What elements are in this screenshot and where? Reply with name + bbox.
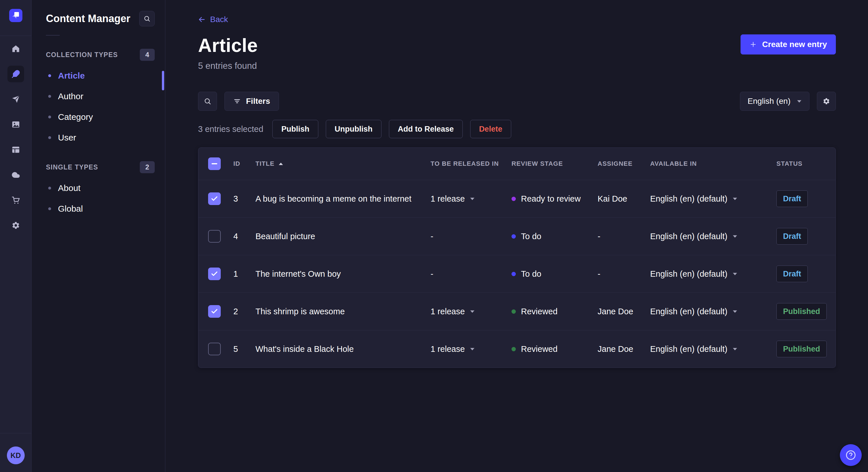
row-release-cell[interactable]: 1 release	[431, 307, 512, 316]
chevron-down-icon	[733, 310, 737, 313]
row-available-in[interactable]: English (en) (default)	[650, 194, 776, 204]
strapi-logo[interactable]	[9, 9, 22, 22]
search-button[interactable]	[198, 92, 217, 111]
row-available-in[interactable]: English (en) (default)	[650, 307, 776, 316]
row-title: This shrimp is awesome	[255, 307, 431, 316]
sidebar-item-media-library[interactable]	[7, 116, 24, 133]
locale-label: English (en) (default)	[650, 344, 727, 354]
stage-dot-icon	[512, 347, 516, 351]
chevron-down-icon	[797, 100, 802, 103]
indeterminate-dash-icon	[212, 163, 217, 164]
row-release-cell[interactable]: -	[431, 232, 512, 241]
create-new-entry-button[interactable]: Create new entry	[741, 34, 836, 55]
status-badge: Draft	[776, 228, 808, 245]
entries-count: 5 entries found	[198, 61, 258, 71]
status-badge: Published	[776, 303, 827, 320]
main-nav: KD	[0, 0, 32, 472]
locale-select[interactable]: English (en)	[740, 92, 809, 111]
selection-count: 3 entries selected	[198, 125, 263, 134]
sidebar-item-deploy[interactable]	[7, 167, 24, 183]
create-new-entry-label: Create new entry	[762, 40, 827, 49]
subnav-item-label: Category	[58, 112, 93, 122]
question-mark-icon	[845, 449, 857, 461]
bullet-icon	[48, 136, 51, 139]
selection-actions: PublishUnpublishAdd to ReleaseDelete	[272, 120, 511, 138]
unpublish-button[interactable]: Unpublish	[326, 120, 381, 138]
content-manager-icon	[11, 70, 20, 78]
row-status: Draft	[776, 228, 826, 245]
column-header-assignee[interactable]: ASSIGNEE	[598, 160, 650, 167]
row-release-cell[interactable]: -	[431, 269, 512, 279]
column-header-status[interactable]: STATUS	[776, 160, 826, 167]
row-checkbox[interactable]	[208, 268, 221, 280]
select-all-checkbox[interactable]	[208, 158, 221, 170]
delete-button[interactable]: Delete	[470, 120, 511, 138]
row-checkbox[interactable]	[208, 230, 221, 243]
subnav-item-author[interactable]: Author	[32, 86, 165, 107]
add-to-release-button[interactable]: Add to Release	[389, 120, 463, 138]
subnav-item-label: Author	[58, 92, 83, 101]
subnav-item-user[interactable]: User	[32, 127, 165, 148]
table-body: 3 A bug is becoming a meme on the intern…	[198, 180, 836, 368]
back-label: Back	[210, 15, 228, 24]
row-status: Published	[776, 341, 826, 357]
table-row[interactable]: 2 This shrimp is awesome 1 release Revie…	[198, 293, 836, 330]
scrollbar-thumb[interactable]	[162, 71, 164, 90]
subnav-item-label: About	[58, 183, 81, 193]
sidebar-item-settings[interactable]	[7, 217, 24, 234]
subnav-search-button[interactable]	[139, 11, 155, 26]
row-available-in[interactable]: English (en) (default)	[650, 269, 776, 279]
table-row[interactable]: 4 Beautiful picture - To do - English (e…	[198, 217, 836, 255]
column-header-to-be-released-in[interactable]: TO BE RELEASED IN	[431, 160, 512, 167]
chevron-down-icon	[470, 347, 475, 351]
view-settings-button[interactable]	[817, 92, 836, 111]
column-header-id[interactable]: ID	[234, 160, 255, 167]
subnav-item-about[interactable]: About	[32, 178, 165, 198]
subnav-item-category[interactable]: Category	[32, 107, 165, 127]
chevron-down-icon	[733, 235, 737, 238]
row-checkbox[interactable]	[208, 305, 221, 318]
media-library-icon	[11, 120, 20, 129]
row-release-cell[interactable]: 1 release	[431, 194, 512, 204]
subnav-item-global[interactable]: Global	[32, 198, 165, 219]
stage-dot-icon	[512, 234, 516, 239]
row-release-label: 1 release	[431, 344, 465, 354]
publish-button[interactable]: Publish	[272, 120, 318, 138]
row-release-label: -	[431, 269, 433, 279]
search-icon	[144, 15, 150, 22]
row-id: 5	[234, 344, 255, 354]
column-header-title[interactable]: TITLE	[255, 160, 431, 167]
row-review-stage: Ready to review	[512, 194, 598, 204]
sidebar-item-home[interactable]	[7, 40, 24, 57]
back-link[interactable]: Back	[198, 15, 228, 24]
column-header-review-stage[interactable]: REVIEW STAGE	[512, 160, 598, 167]
locale-label: English (en) (default)	[650, 269, 727, 279]
stage-dot-icon	[512, 272, 516, 276]
page-title: Article	[198, 34, 258, 56]
avatar[interactable]: KD	[7, 446, 25, 464]
stage-dot-icon	[512, 309, 516, 314]
stage-label: To do	[521, 232, 541, 241]
row-checkbox[interactable]	[208, 343, 221, 355]
main-nav-items	[7, 40, 24, 234]
bullet-icon	[48, 187, 51, 190]
subnav-item-article[interactable]: Article	[32, 65, 165, 86]
row-checkbox[interactable]	[208, 193, 221, 205]
row-available-in[interactable]: English (en) (default)	[650, 232, 776, 241]
row-available-in[interactable]: English (en) (default)	[650, 344, 776, 354]
filters-button[interactable]: Filters	[224, 92, 279, 111]
row-release-cell[interactable]: 1 release	[431, 344, 512, 354]
row-status: Published	[776, 303, 826, 320]
column-header-available-in[interactable]: AVAILABLE IN	[650, 160, 776, 167]
table-row[interactable]: 5 What's inside a Black Hole 1 release R…	[198, 330, 836, 368]
table-row[interactable]: 1 The internet's Own boy - To do - Engli…	[198, 255, 836, 293]
sidebar-item-content-manager[interactable]	[7, 66, 24, 82]
table-row[interactable]: 3 A bug is becoming a meme on the intern…	[198, 180, 836, 217]
sort-ascending-icon	[278, 162, 283, 165]
help-button[interactable]	[840, 444, 862, 466]
sidebar-item-releases[interactable]	[7, 91, 24, 107]
sidebar-item-content-type-builder[interactable]	[7, 141, 24, 158]
sidebar-item-marketplace[interactable]	[7, 192, 24, 208]
row-title: What's inside a Black Hole	[255, 344, 431, 354]
row-release-label: -	[431, 232, 433, 241]
